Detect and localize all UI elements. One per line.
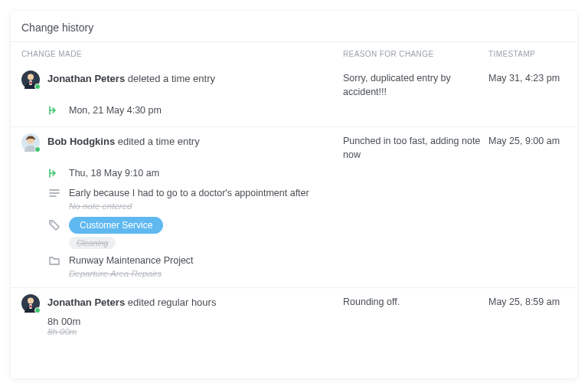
reason-text: Punched in too fast, adding note now [343,133,488,162]
avatar [21,294,40,313]
detail-tag: Customer Service [47,215,567,235]
presence-indicator [34,146,41,152]
change-headline: Jonathan Peters deleted a time entry [47,70,215,89]
user-name: Jonathan Peters [47,73,125,84]
hours-value: 8h 00m [47,316,567,327]
note-icon [47,186,61,200]
col-change-made: CHANGE MADE [21,50,343,58]
presence-indicator [34,307,41,313]
detail-time-text: Mon, 21 May 4:30 pm [69,105,162,116]
clock-in-icon [47,103,61,117]
change-history-panel: Change history CHANGE MADE REASON FOR CH… [11,11,577,379]
user-name: Jonathan Peters [47,297,125,308]
tag-pill-previous: Cleaning [69,237,116,249]
detail-time-text: Thu, 18 May 9:10 am [69,168,159,179]
tag-icon [47,218,61,232]
detail-project-text: Runway Maintenance Project [69,255,194,266]
svg-point-5 [51,221,53,223]
panel-title: Change history [11,11,577,41]
tag-pill[interactable]: Customer Service [69,217,163,234]
detail-time-entry: Thu, 18 May 9:10 am [47,165,567,182]
action-text: edited regular hours [128,297,217,308]
avatar [21,70,40,89]
col-timestamp: TIMESTAMP [488,50,577,58]
avatar [21,133,40,152]
detail-note-previous: No note entered [69,202,567,212]
presence-indicator [34,84,41,90]
svg-point-1 [28,74,34,80]
detail-time-entry: Mon, 21 May 4:30 pm [47,102,567,119]
history-entry: Jonathan Peters edited regular hours Rou… [11,288,577,344]
detail-note: Early because I had to go to a doctor's … [47,185,567,202]
change-headline: Bob Hodgkins edited a time entry [47,133,200,152]
user-name: Bob Hodgkins [47,136,115,147]
detail-project-previous: Departure Area Repairs [69,269,567,280]
col-reason: REASON FOR CHANGE [343,50,488,58]
history-entry: Jonathan Peters deleted a time entry Sor… [11,64,577,127]
clock-in-icon [47,166,61,180]
column-headers: CHANGE MADE REASON FOR CHANGE TIMESTAMP [11,42,577,64]
detail-project: Runway Maintenance Project [47,252,567,269]
hours-previous: 8h 00m [47,327,567,336]
action-text: deleted a time entry [128,73,215,84]
change-headline: Jonathan Peters edited regular hours [47,294,216,313]
history-entry: Bob Hodgkins edited a time entry Punched… [11,127,577,288]
timestamp-text: May 31, 4:23 pm [488,70,577,86]
reason-text: Sorry, duplicated entry by accident!!! [343,70,488,99]
action-text: edited a time entry [118,136,200,147]
svg-point-7 [28,297,34,303]
reason-text: Rounding off. [343,294,488,310]
folder-icon [47,254,61,267]
entries-list: Jonathan Peters deleted a time entry Sor… [11,64,577,344]
timestamp-text: May 25, 9:00 am [488,133,577,149]
detail-note-text: Early because I had to go to a doctor's … [69,188,309,198]
timestamp-text: May 25, 8:59 am [488,294,577,310]
